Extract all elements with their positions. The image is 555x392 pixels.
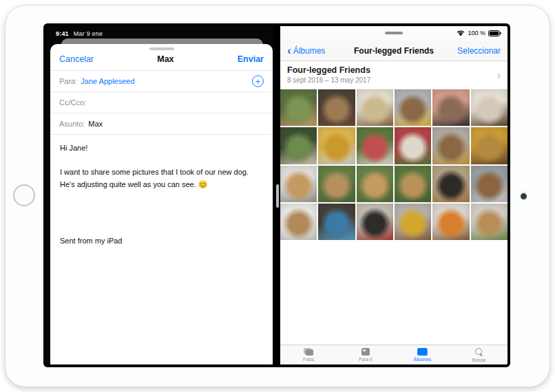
wifi-icon	[457, 30, 465, 36]
home-button[interactable]	[13, 184, 35, 206]
send-button[interactable]: Enviar	[238, 54, 264, 64]
photo-thumbnail-dog-kitchen-oranges[interactable]	[432, 204, 469, 240]
subject-field[interactable]: Asunto: Max	[50, 113, 273, 135]
photos-nav-bar: ‹ Álbumes Four-legged Friends Selecciona…	[280, 41, 507, 61]
album-chevron-icon: ›	[497, 69, 501, 82]
search-icon	[475, 348, 483, 356]
grid-empty-space	[280, 240, 507, 345]
photo-thumbnail-dog-on-mustard-bed[interactable]	[432, 127, 469, 164]
photo-thumbnail-dog-party-hat[interactable]	[395, 89, 431, 126]
back-chevron-icon: ‹	[287, 47, 291, 54]
status-bar-right: 100 %	[280, 26, 507, 41]
compose-title: Max	[157, 54, 174, 64]
album-date-range: 8 sept 2016 – 13 may 2017	[287, 76, 501, 84]
album-title: Four-legged Friends	[287, 65, 501, 75]
tab-albumes[interactable]: Álbumes	[394, 345, 451, 364]
photo-thumbnail-dog-red-collar-grass[interactable]	[357, 166, 393, 202]
to-label: Para:	[59, 77, 77, 85]
photo-thumbnail-dog-hammock-shade[interactable]	[280, 127, 317, 164]
status-date: Mar 9 ene	[74, 30, 103, 37]
photo-thumbnail-dog-grass-window[interactable]	[471, 204, 507, 240]
cc-bcc-label: Cc/Cco:	[59, 98, 86, 107]
status-cluster: 100 %	[457, 30, 501, 36]
tab-label: Para ti	[359, 357, 372, 362]
cc-bcc-field[interactable]: Cc/Cco:	[50, 92, 273, 113]
for-you-icon	[362, 348, 370, 356]
tab-para-ti[interactable]: Para ti	[337, 345, 395, 364]
tab-label: Fotos	[303, 357, 314, 362]
tab-label: Buscar	[472, 358, 486, 362]
compose-header: Cancelar Max Enviar	[50, 50, 273, 71]
message-body[interactable]: Hi Jane! I want to share some pictures t…	[50, 135, 273, 254]
select-button[interactable]: Seleccionar	[457, 46, 501, 56]
photo-thumbnail-dog-standing-grass[interactable]	[280, 89, 317, 126]
front-camera	[521, 193, 527, 199]
status-time: 9:41	[56, 30, 69, 37]
photo-thumbnail-dog-smiling-grass[interactable]	[395, 166, 431, 202]
photo-thumbnail-selfie-with-dog[interactable]	[432, 89, 469, 126]
photo-thumbnail-dog-blue-couch[interactable]	[318, 204, 355, 240]
body-signature: Sent from my iPad	[60, 236, 263, 246]
back-to-albums-button[interactable]: ‹ Álbumes	[287, 46, 325, 56]
photos-tab-bar: Fotos Para ti Álbumes Buscar	[280, 345, 507, 364]
cancel-button[interactable]: Cancelar	[59, 54, 94, 64]
body-paragraph: I want to share some pictures that I too…	[60, 166, 263, 190]
status-bar-left: 9:41Mar 9 ene	[56, 30, 103, 37]
photo-thumbnail-dog-in-blanket-basket[interactable]	[357, 89, 393, 126]
split-divider-handle[interactable]	[276, 184, 279, 208]
add-contact-icon[interactable]: +	[252, 76, 264, 87]
album-header[interactable]: Four-legged Friends 8 sept 2016 – 13 may…	[280, 61, 507, 89]
app-grab-handle[interactable]	[385, 32, 403, 34]
photo-thumbnail-dog-rainbow-hammock[interactable]	[357, 127, 393, 164]
photo-thumbnail-dog-on-dark-bench[interactable]	[318, 89, 355, 126]
photos-pane: 100 % ‹ Álbumes Four-legged Friends Sele…	[280, 26, 507, 364]
photo-thumbnail-dog-big-black-hat[interactable]	[432, 166, 469, 202]
to-field[interactable]: Para: Jane Appleseed +	[50, 71, 273, 92]
battery-icon	[488, 30, 501, 36]
subject-label: Asunto:	[59, 120, 85, 128]
photo-thumbnail-dog-with-camera[interactable]	[357, 204, 393, 240]
tab-label: Álbumes	[414, 357, 431, 362]
subject-value: Max	[88, 120, 103, 128]
photo-thumbnail-dog-sitting-grass[interactable]	[318, 166, 355, 202]
photo-thumbnail-dog-on-radiator[interactable]	[280, 166, 317, 202]
albums-icon	[417, 348, 428, 356]
tab-fotos[interactable]: Fotos	[280, 345, 337, 364]
body-greeting: Hi Jane!	[60, 143, 263, 153]
photo-thumbnail-dog-gold-blanket[interactable]	[318, 127, 355, 164]
ipad-device: 9:41Mar 9 ene Cancelar Max Enviar Para: …	[5, 5, 550, 387]
tab-buscar[interactable]: Buscar	[451, 345, 508, 364]
screen: 9:41Mar 9 ene Cancelar Max Enviar Para: …	[43, 23, 510, 367]
battery-percent: 100 %	[468, 30, 485, 36]
photo-thumbnail-dog-lion-mane[interactable]	[471, 127, 507, 164]
photo-thumbnail-dog-yellow-chair[interactable]	[395, 204, 431, 240]
compose-sheet: Cancelar Max Enviar Para: Jane Appleseed…	[50, 44, 273, 364]
to-recipient[interactable]: Jane Appleseed	[81, 77, 134, 85]
photo-thumbnail-dog-with-donuts[interactable]	[471, 166, 507, 202]
photos-icon	[304, 348, 314, 356]
photo-thumbnail-dog-hammock-closeup[interactable]	[395, 127, 431, 164]
mail-pane: 9:41Mar 9 ene Cancelar Max Enviar Para: …	[46, 26, 274, 364]
nav-title: Four-legged Friends	[354, 46, 434, 56]
back-label: Álbumes	[293, 46, 326, 56]
split-view-divider[interactable]	[274, 26, 280, 364]
photo-grid	[280, 89, 507, 240]
photo-thumbnail-dog-in-white-bed[interactable]	[280, 204, 317, 240]
photo-thumbnail-dog-white-hat[interactable]	[471, 89, 507, 126]
